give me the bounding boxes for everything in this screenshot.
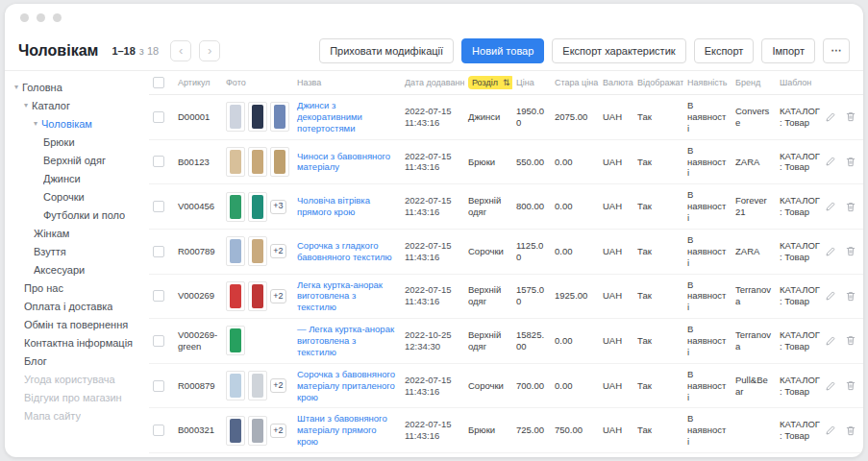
column-header[interactable]: Артикул [174, 71, 222, 95]
product-brand-cell: Pull&Bear [732, 363, 776, 408]
edit-icon[interactable] [826, 425, 836, 436]
hide-modifications-button[interactable]: Приховати модифікації [319, 38, 454, 63]
edit-icon[interactable] [826, 335, 836, 347]
edit-icon[interactable] [826, 111, 836, 123]
column-header[interactable]: Дата додавання [401, 71, 464, 95]
window-control-dot[interactable] [20, 13, 29, 22]
more-photos-badge[interactable]: +3 [270, 200, 286, 214]
delete-icon[interactable] [845, 290, 856, 303]
product-name-link[interactable]: Джинси з декоративними потертостями [297, 100, 362, 133]
row-checkbox[interactable] [153, 335, 164, 347]
sidebar-item[interactable]: Футболки и поло [5, 206, 149, 224]
delete-icon[interactable] [845, 201, 856, 213]
column-header[interactable]: Стара ціна [551, 71, 599, 95]
row-checkbox[interactable] [153, 290, 164, 302]
column-header[interactable]: Валюта [599, 71, 633, 95]
product-name-link[interactable]: Сорочка з гладкого бавовняного текстилю [297, 240, 392, 262]
row-checkbox[interactable] [153, 380, 164, 392]
delete-icon[interactable] [845, 110, 856, 123]
row-checkbox[interactable] [153, 201, 164, 212]
product-name-link[interactable]: Сорочка з бавовняного матеріалу притален… [297, 369, 395, 402]
edit-icon[interactable] [826, 156, 836, 167]
column-header[interactable]: Розділ⇅ [464, 71, 512, 95]
edit-icon[interactable] [826, 201, 836, 212]
next-page-button[interactable]: › [199, 40, 220, 61]
prev-page-button[interactable]: ‹ [170, 40, 191, 61]
sort-icon[interactable]: ⇅ [503, 78, 510, 87]
more-photos-badge[interactable]: +2 [270, 244, 286, 258]
sidebar-item[interactable]: Контактна інформація [5, 333, 149, 352]
sidebar-item[interactable]: Відгуки про магазин [5, 388, 149, 406]
chevron-down-icon[interactable]: ▾ [24, 102, 28, 109]
delete-icon[interactable] [845, 156, 856, 168]
product-price: 15825.00 [516, 329, 544, 352]
delete-icon[interactable] [845, 379, 856, 392]
product-currency: UAH [603, 425, 622, 435]
sidebar-item[interactable]: Мапа сайту [5, 406, 149, 425]
row-checkbox[interactable] [153, 246, 164, 257]
export-characteristics-button[interactable]: Експорт характеристик [552, 38, 685, 63]
select-all-checkbox[interactable] [153, 77, 164, 88]
row-checkbox[interactable] [153, 425, 164, 436]
edit-icon[interactable] [826, 380, 836, 392]
sidebar-item[interactable]: Аксесуари [5, 260, 149, 279]
product-section-cell: Сорочки [464, 363, 512, 408]
product-name-cell: Легка куртка-анорак виготовлена з тексти… [293, 274, 401, 319]
delete-icon[interactable] [845, 245, 856, 257]
sidebar-item[interactable]: Жінкам [5, 224, 149, 242]
product-currency-cell: UAH [599, 408, 633, 453]
more-photos-badge[interactable]: +2 [270, 378, 286, 393]
product-sku-cell: B000321 [174, 408, 222, 453]
edit-icon[interactable] [826, 246, 836, 257]
column-header[interactable]: Ціна [512, 71, 551, 95]
product-name-link[interactable]: — Легка куртка-анорак виготовлена з текс… [297, 324, 394, 357]
sidebar-item[interactable]: Оплата і доставка [5, 297, 149, 315]
sidebar-item[interactable]: ▾Чоловікам [5, 114, 149, 133]
sidebar-item[interactable]: Взуття [5, 242, 149, 260]
product-name-link[interactable]: Чиноси з бавовняного матеріалу [297, 151, 390, 173]
sidebar-item[interactable]: ▾Головна [5, 78, 149, 96]
highlighted-column-header[interactable]: Розділ⇅ [468, 76, 512, 89]
more-actions-button[interactable]: ⋯ [823, 38, 850, 63]
product-availability: В наявності [687, 324, 726, 357]
row-checkbox[interactable] [153, 111, 164, 123]
chevron-down-icon[interactable]: ▾ [14, 84, 18, 91]
new-product-button[interactable]: Новий товар [461, 38, 544, 63]
product-name-link[interactable]: Легка куртка-анорак виготовлена з тексти… [297, 279, 383, 313]
sidebar-item[interactable]: Обмін та повернення [5, 315, 149, 333]
import-button[interactable]: Імпорт [761, 38, 815, 63]
sidebar-item[interactable]: Сорочки [5, 187, 149, 206]
sidebar-item[interactable]: Верхній одяг [5, 151, 149, 169]
product-availability-cell: В наявності [683, 139, 732, 184]
column-header[interactable]: Назва [293, 71, 401, 95]
window-control-dot[interactable] [53, 13, 62, 22]
sidebar-item[interactable]: Блог [5, 352, 149, 370]
product-name-link[interactable]: Штани з бавовняного матеріалу прямого кр… [297, 413, 387, 447]
edit-icon[interactable] [826, 290, 836, 302]
sidebar-item[interactable]: Брюки [5, 133, 149, 151]
window-titlebar [5, 4, 863, 31]
row-checkbox[interactable] [153, 156, 164, 167]
sidebar-item[interactable]: Угода користувача [5, 370, 149, 388]
export-button[interactable]: Експорт [694, 38, 755, 63]
product-name-link[interactable]: Чоловіча вітрівка прямого крою [297, 195, 370, 217]
column-header-label: Шаблон [780, 78, 811, 87]
column-header[interactable]: Бренд [732, 71, 776, 95]
more-photos-badge[interactable]: +2 [270, 289, 286, 303]
product-photo [248, 371, 267, 400]
column-header[interactable]: Фото [222, 71, 293, 95]
table-row: R000587+2Чоловічі сорочки з легкого текс… [149, 453, 863, 458]
chevron-down-icon[interactable]: ▾ [34, 120, 37, 128]
delete-icon[interactable] [845, 425, 856, 437]
product-template: КАТАЛОГ: Товар [780, 284, 820, 306]
more-photos-badge[interactable]: +2 [270, 424, 286, 438]
product-visible: Так [637, 201, 652, 211]
column-header[interactable]: Відображати [633, 71, 683, 95]
window-control-dot[interactable] [37, 13, 45, 22]
delete-icon[interactable] [845, 334, 856, 347]
column-header[interactable]: Наявність [683, 71, 732, 95]
sidebar-item[interactable]: Джинси [5, 169, 149, 187]
sidebar-item[interactable]: Про нас [5, 279, 149, 297]
sidebar-item[interactable]: ▾Каталог [5, 96, 149, 114]
column-header[interactable]: Шаблон [776, 71, 826, 95]
